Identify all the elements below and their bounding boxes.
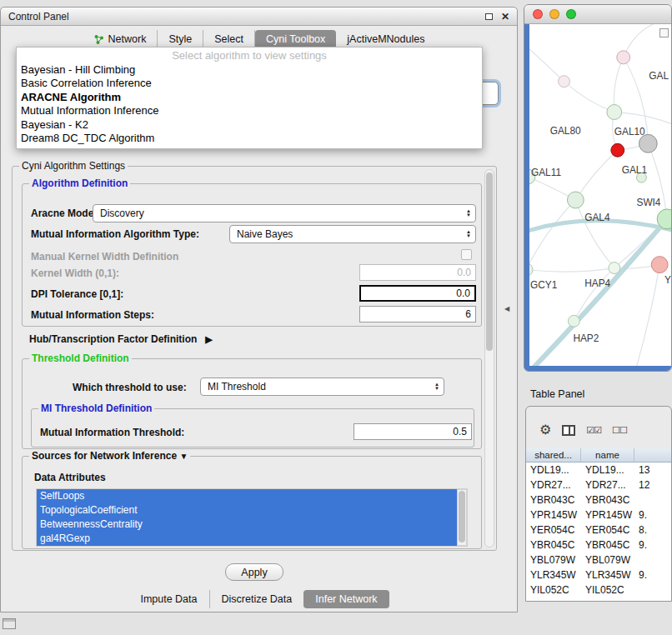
network-view-window: GALGAL80GAL10GAL11GAL1SWI4GAL4GCY1HAP4HA… <box>524 4 672 372</box>
attribute-item-selected[interactable]: SelfLoops <box>37 489 457 503</box>
table-cell: YPR145W <box>581 508 634 522</box>
network-edge[interactable] <box>614 112 671 123</box>
table-row[interactable]: YDL19...YDL19...13 <box>526 462 671 478</box>
tab-infer-network[interactable]: Infer Network <box>303 590 389 608</box>
columns-icon[interactable] <box>562 425 575 436</box>
aracne-mode-select[interactable]: Discovery ▲▼ <box>93 204 476 222</box>
table-cell: YDL19... <box>581 462 634 478</box>
aracne-mode-label: Aracne Mode: <box>31 208 97 219</box>
network-edge[interactable] <box>636 265 659 366</box>
table-cell: YDR27... <box>581 478 634 492</box>
attribute-item-selected[interactable]: BetweennessCentrality <box>37 518 457 532</box>
algorithm-option[interactable]: Bayesian - Hill Climbing <box>17 63 482 78</box>
kernel-width-input[interactable] <box>359 264 476 281</box>
network-node[interactable] <box>568 315 579 327</box>
table-cell: YLR345W <box>526 568 581 582</box>
deselect-all-icon[interactable]: ☐☐ <box>612 425 627 436</box>
algorithm-option[interactable]: Dream8 DC_TDC Algorithm <box>17 132 482 146</box>
tab-discretize-data[interactable]: Discretize Data <box>210 590 304 608</box>
network-node[interactable] <box>651 257 668 273</box>
scrollbar-thumb[interactable] <box>486 172 493 351</box>
network-canvas-area[interactable]: GALGAL80GAL10GAL11GAL1SWI4GAL4GCY1HAP4HA… <box>524 24 671 371</box>
apply-button[interactable]: Apply <box>225 563 283 581</box>
tab-impute-data[interactable]: Impute Data <box>128 590 209 608</box>
table-cell: YBR045C <box>581 538 634 552</box>
dpi-tolerance-input[interactable] <box>359 285 476 302</box>
column-header[interactable]: shared... <box>526 448 581 462</box>
which-threshold-select[interactable]: MI Threshold ▲▼ <box>200 378 444 396</box>
network-node[interactable] <box>617 51 630 64</box>
column-header[interactable]: name <box>581 448 634 462</box>
selected-value: Naive Bayes <box>237 228 293 240</box>
table-header: shared... name <box>526 448 671 462</box>
network-node[interactable] <box>559 76 570 88</box>
network-edge[interactable] <box>614 58 623 112</box>
settings-scrollbar[interactable] <box>484 169 494 548</box>
hub-transcription-factor-section[interactable]: Hub/Transcription Factor Definition ▶ <box>29 333 213 345</box>
network-canvas[interactable]: GALGAL80GAL10GAL11GAL1SWI4GAL4GCY1HAP4HA… <box>529 24 671 366</box>
network-edge[interactable] <box>564 82 614 112</box>
table-row[interactable]: YPR145WYPR145W9. <box>526 508 671 522</box>
network-node-label: GAL10 <box>614 126 645 138</box>
attribute-item-selected[interactable]: TopologicalCoefficient <box>37 503 457 518</box>
mi-algorithm-type-select[interactable]: Naive Bayes ▲▼ <box>229 225 476 243</box>
mi-algorithm-type-label: Mutual Information Algorithm Type: <box>31 228 199 240</box>
close-window-icon[interactable]: ✕ <box>501 12 509 22</box>
scrollbar-corner-box[interactable] <box>659 28 669 38</box>
algorithm-option[interactable]: Bayesian - K2 <box>17 118 482 132</box>
table-body: YDL19...YDL19...13YDR27...YDR27...12YBR0… <box>526 462 671 598</box>
table-cell: YDL19... <box>526 462 581 478</box>
data-attributes-list[interactable]: SelfLoops TopologicalCoefficient Between… <box>36 488 468 547</box>
table-row[interactable]: YDR27...YDR27...12 <box>526 478 671 492</box>
select-all-icon[interactable]: ☑☑ <box>586 425 601 436</box>
network-node[interactable] <box>567 192 584 208</box>
table-row[interactable]: YBL079WYBL079W <box>526 552 671 568</box>
network-node[interactable] <box>607 105 622 120</box>
column-header[interactable] <box>634 448 671 462</box>
table-row[interactable]: YLR345WYLR345W9. <box>526 568 671 582</box>
network-edge[interactable] <box>575 200 614 268</box>
dpi-tolerance-label: DPI Tolerance [0,1]: <box>31 288 123 300</box>
chevron-right-icon[interactable]: ▶ <box>205 334 212 345</box>
network-node[interactable] <box>609 262 620 274</box>
algorithm-option-selected[interactable]: ARACNE Algorithm <box>17 91 482 105</box>
network-edge[interactable] <box>575 150 617 200</box>
float-window-icon[interactable] <box>485 13 493 20</box>
network-edge[interactable] <box>534 219 667 366</box>
list-scrollbar[interactable] <box>457 489 467 546</box>
network-icon <box>93 34 104 45</box>
sources-title-label: Sources for Network Inference <box>32 450 177 462</box>
table-row[interactable]: YIL052CYIL052C <box>526 582 671 598</box>
network-node[interactable] <box>611 143 624 157</box>
manual-kernel-width-checkbox[interactable] <box>461 249 472 260</box>
network-edge[interactable] <box>529 268 614 272</box>
gear-icon[interactable]: ⚙ <box>539 423 551 437</box>
network-edge[interactable] <box>529 49 564 82</box>
network-window-titlebar[interactable] <box>524 5 671 24</box>
table-cell: YBR043C <box>526 492 581 508</box>
chevron-down-icon[interactable]: ▼ <box>179 452 188 461</box>
attribute-item-selected[interactable]: gal4RGexp <box>37 532 457 546</box>
kernel-width-label: Kernel Width (0,1): <box>31 268 119 279</box>
table-row[interactable]: YBR043CYBR043C <box>526 492 671 508</box>
sources-group-title[interactable]: Sources for Network Inference ▼ <box>29 450 190 462</box>
network-edge[interactable] <box>529 200 575 270</box>
control-panel-titlebar[interactable]: Control Panel ✕ <box>1 8 517 26</box>
mi-threshold-input[interactable] <box>354 423 472 440</box>
restore-panel-icon[interactable] <box>3 618 16 629</box>
table-row[interactable]: YER054CYER054C8. <box>526 522 671 538</box>
table-row[interactable]: YBR045CYBR045C9. <box>526 538 671 552</box>
algorithm-option[interactable]: Mutual Information Inference <box>17 104 482 118</box>
network-edge[interactable] <box>574 268 614 322</box>
network-node-label: HAP2 <box>573 332 599 344</box>
network-node-label: SWI4 <box>636 197 660 208</box>
minimize-traffic-light-icon[interactable] <box>549 9 559 19</box>
scrollbar-thumb[interactable] <box>459 491 465 542</box>
splitter-collapse-icon[interactable]: ◀ <box>504 305 509 312</box>
mi-steps-input[interactable] <box>359 306 476 322</box>
algorithm-option[interactable]: Basic Correlation Inference <box>17 77 482 91</box>
selected-value: Discovery <box>100 208 144 219</box>
close-traffic-light-icon[interactable] <box>533 9 543 19</box>
zoom-traffic-light-icon[interactable] <box>566 9 576 19</box>
network-node[interactable] <box>529 263 533 277</box>
